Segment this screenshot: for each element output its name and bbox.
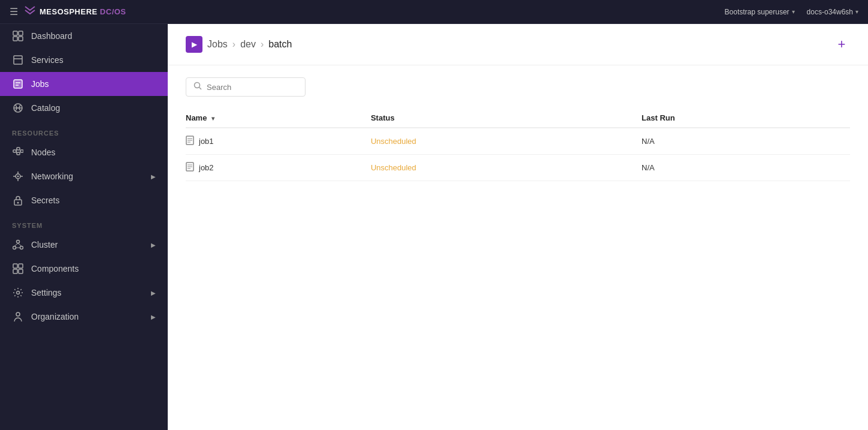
job-file-icon	[186, 162, 194, 173]
dashboard-icon	[12, 30, 24, 42]
sidebar-secrets-label: Secrets	[31, 196, 156, 205]
user-name: Bootstrap superuser	[725, 8, 790, 16]
sidebar-jobs-label: Jobs	[31, 79, 156, 89]
services-icon	[12, 54, 24, 66]
svg-point-28	[17, 240, 20, 243]
svg-point-27	[17, 202, 19, 204]
logo: MESOSPHERE DC/OS	[24, 5, 126, 18]
breadcrumb-sep-1: ›	[232, 39, 235, 50]
svg-line-17	[16, 149, 17, 151]
sidebar-settings-label: Settings	[31, 288, 144, 297]
job-name: job2	[199, 163, 214, 172]
system-section-label: System	[0, 212, 168, 233]
logo-icon	[24, 5, 36, 18]
job-status: Unscheduled	[371, 155, 642, 181]
sidebar-item-settings[interactable]: Settings ▶	[0, 281, 168, 305]
sidebar: Dashboard Services Jobs	[0, 24, 168, 430]
cluster-icon	[12, 239, 24, 251]
sidebar-item-organization[interactable]: Organization ▶	[0, 305, 168, 329]
svg-rect-13	[17, 148, 20, 150]
job-last-run: N/A	[642, 155, 850, 181]
svg-line-32	[18, 243, 22, 246]
navbar: ☰ MESOSPHERE DC/OS Bootstrap superuser ▾…	[0, 0, 868, 24]
svg-rect-34	[13, 264, 17, 268]
sidebar-item-jobs[interactable]: Jobs	[0, 72, 168, 96]
host-menu[interactable]: docs-o34w6sh ▾	[807, 8, 858, 16]
main-layout: Dashboard Services Jobs	[0, 24, 868, 430]
search-input[interactable]	[207, 83, 298, 92]
sidebar-organization-label: Organization	[31, 312, 144, 321]
job-name-cell: job2	[186, 155, 371, 181]
svg-rect-35	[19, 264, 23, 268]
breadcrumb-jobs[interactable]: Jobs	[207, 39, 228, 50]
breadcrumb-bar: ▶ Jobs › dev › batch +	[168, 24, 868, 65]
table-area: Name ▾ Status Last Run	[168, 65, 868, 193]
breadcrumb: ▶ Jobs › dev › batch	[186, 36, 292, 53]
networking-icon	[12, 170, 24, 182]
sidebar-item-catalog[interactable]: Catalog	[0, 96, 168, 120]
column-status: Status	[371, 109, 642, 128]
breadcrumb-sep-2: ›	[261, 39, 264, 50]
svg-line-41	[199, 88, 202, 90]
user-menu[interactable]: Bootstrap superuser ▾	[725, 8, 795, 16]
host-name: docs-o34w6sh	[807, 8, 853, 16]
breadcrumb-dev[interactable]: dev	[240, 39, 256, 50]
sidebar-item-dashboard[interactable]: Dashboard	[0, 24, 168, 48]
breadcrumb-batch[interactable]: batch	[268, 39, 292, 50]
svg-point-40	[195, 83, 200, 88]
sidebar-components-label: Components	[31, 264, 156, 273]
sidebar-cluster-label: Cluster	[31, 240, 144, 249]
svg-rect-15	[20, 150, 23, 152]
settings-icon	[12, 287, 24, 299]
sidebar-item-secrets[interactable]: Secrets	[0, 188, 168, 212]
svg-rect-12	[13, 150, 16, 152]
main-content: ▶ Jobs › dev › batch +	[168, 24, 868, 430]
job-name-cell: job1	[186, 128, 371, 155]
logo-text: MESOSPHERE DC/OS	[40, 7, 126, 16]
hamburger-icon[interactable]: ☰	[10, 6, 18, 17]
sidebar-item-cluster[interactable]: Cluster ▶	[0, 233, 168, 257]
svg-point-30	[20, 246, 23, 249]
job-last-run: N/A	[642, 128, 850, 155]
svg-rect-37	[19, 269, 23, 273]
jobs-icon	[12, 78, 24, 90]
sidebar-networking-label: Networking	[31, 172, 144, 181]
catalog-icon	[12, 102, 24, 114]
sidebar-services-label: Services	[31, 55, 156, 65]
sidebar-item-services[interactable]: Services	[0, 48, 168, 72]
navbar-right: Bootstrap superuser ▾ docs-o34w6sh ▾	[725, 8, 858, 16]
sidebar-nodes-label: Nodes	[31, 148, 156, 157]
sidebar-dashboard-label: Dashboard	[31, 31, 156, 41]
svg-rect-14	[17, 152, 20, 155]
navbar-left: ☰ MESOSPHERE DC/OS	[10, 5, 126, 18]
job-file-icon	[186, 136, 194, 147]
svg-point-29	[13, 246, 16, 249]
sidebar-item-networking[interactable]: Networking ▶	[0, 164, 168, 188]
table-row[interactable]: job1 Unscheduled N/A	[186, 128, 850, 155]
organization-icon	[12, 311, 24, 323]
search-box	[186, 77, 306, 97]
svg-rect-3	[19, 37, 23, 41]
host-chevron-icon: ▾	[855, 8, 858, 15]
svg-point-39	[16, 312, 20, 316]
sidebar-item-nodes[interactable]: Nodes	[0, 140, 168, 164]
components-icon	[12, 263, 24, 275]
settings-arrow-icon: ▶	[151, 290, 156, 296]
resources-section-label: Resources	[0, 120, 168, 140]
table-row[interactable]: job2 Unscheduled N/A	[186, 155, 850, 181]
svg-point-38	[17, 291, 20, 294]
column-name[interactable]: Name ▾	[186, 109, 371, 128]
job-status: Unscheduled	[371, 128, 642, 155]
svg-rect-0	[13, 31, 17, 35]
nodes-icon	[12, 146, 24, 158]
job-name: job1	[199, 137, 214, 146]
svg-line-18	[16, 151, 17, 154]
sort-arrow-icon: ▾	[211, 115, 214, 122]
secrets-icon	[12, 194, 24, 206]
sidebar-item-components[interactable]: Components	[0, 257, 168, 281]
svg-line-31	[14, 243, 18, 246]
sidebar-catalog-label: Catalog	[31, 103, 156, 113]
search-icon	[193, 82, 202, 92]
add-button[interactable]: +	[833, 36, 850, 53]
jobs-table: Name ▾ Status Last Run	[186, 109, 850, 181]
